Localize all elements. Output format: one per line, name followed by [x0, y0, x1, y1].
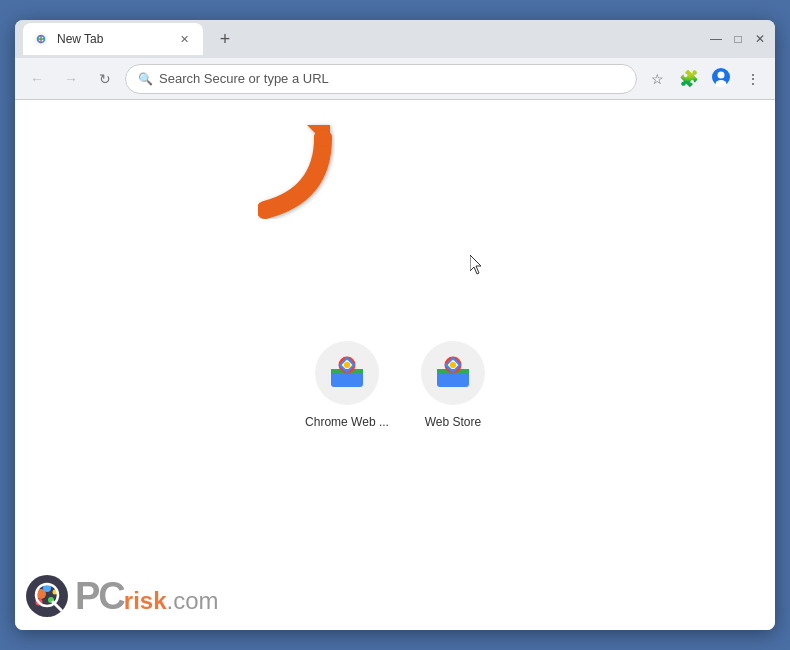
toolbar-actions: ☆ 🧩 ⋮: [643, 65, 767, 93]
shortcut-icon-chrome-web: [315, 341, 379, 405]
svg-point-10: [344, 362, 350, 368]
shortcut-icon-web-store: [421, 341, 485, 405]
mouse-cursor: [470, 255, 486, 275]
window-controls: — □ ✕: [709, 32, 767, 46]
title-bar: New Tab ✕ + — □ ✕: [15, 20, 775, 58]
shortcut-web-store[interactable]: Web Store: [421, 341, 485, 429]
shortcut-label-web-store: Web Store: [425, 415, 481, 429]
back-button[interactable]: ←: [23, 65, 51, 93]
new-tab-button[interactable]: +: [211, 25, 239, 53]
profile-icon: [711, 67, 731, 90]
svg-point-14: [450, 362, 456, 368]
tab-title: New Tab: [57, 32, 167, 46]
search-icon: 🔍: [138, 72, 153, 86]
browser-tab[interactable]: New Tab ✕: [23, 23, 203, 55]
pcrisk-watermark: PC risk .com: [25, 574, 219, 618]
risk-text: risk: [124, 587, 167, 615]
reload-button[interactable]: ↻: [91, 65, 119, 93]
browser-window: New Tab ✕ + — □ ✕ ← → ↻ 🔍 Search Secure …: [15, 20, 775, 630]
puzzle-icon: 🧩: [679, 69, 699, 88]
shortcut-chrome-web[interactable]: Chrome Web ...: [305, 341, 389, 429]
pcrisk-logo-icon: [25, 574, 69, 618]
arrow-annotation: [235, 120, 335, 234]
forward-button[interactable]: →: [57, 65, 85, 93]
address-bar[interactable]: 🔍 Search Secure or type a URL: [125, 64, 637, 94]
tab-favicon: [33, 31, 49, 47]
bookmark-button[interactable]: ☆: [643, 65, 671, 93]
address-text: Search Secure or type a URL: [159, 71, 329, 86]
profile-button[interactable]: [707, 65, 735, 93]
close-button[interactable]: ✕: [753, 32, 767, 46]
tab-close-button[interactable]: ✕: [175, 30, 193, 48]
bookmark-icon: ☆: [651, 71, 664, 87]
menu-dots-icon: ⋮: [746, 71, 760, 87]
pcrisk-text: PC risk .com: [75, 575, 219, 618]
shortcut-label-chrome-web: Chrome Web ...: [305, 415, 389, 429]
minimize-button[interactable]: —: [709, 32, 723, 46]
content-area: Chrome Web ... Web Store: [15, 100, 775, 630]
svg-point-3: [718, 72, 725, 79]
dotcom-text: .com: [167, 587, 219, 615]
maximize-button[interactable]: □: [731, 32, 745, 46]
pc-text: PC: [75, 575, 124, 618]
svg-point-6: [314, 129, 332, 147]
extensions-button[interactable]: 🧩: [675, 65, 703, 93]
toolbar: ← → ↻ 🔍 Search Secure or type a URL ☆ 🧩: [15, 58, 775, 100]
shortcuts-grid: Chrome Web ... Web Store: [305, 341, 485, 429]
menu-button[interactable]: ⋮: [739, 65, 767, 93]
